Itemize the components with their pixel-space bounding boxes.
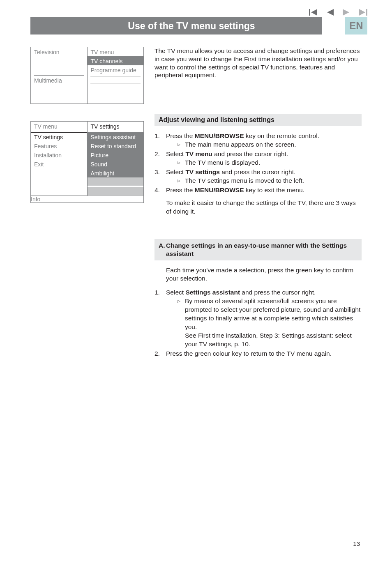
adjust-step-4: 4. Press the MENU/BROWSE key to exit the… [154,186,362,195]
page-number: 13 [353,540,360,547]
first-page-icon[interactable] [309,9,317,16]
next-page-icon[interactable] [343,9,350,16]
svg-marker-2 [327,9,334,16]
adjust-trailer: To make it easier to change the settings… [154,199,362,216]
adjust-heading: Adjust viewing and listening settings [154,114,362,126]
menu1-left-television: Television [31,47,87,56]
svg-marker-1 [311,9,317,16]
menu2-left-features: Features [31,141,87,150]
sectionA-steps: 1. Select Settings assistant and press t… [154,288,362,358]
menu2-right-settingsassistant: Settings assistant [88,132,144,141]
menu-illustration-main: Television Multimedia TV menu TV channel… [30,47,144,104]
page-title: Use of the TV menu settings [61,17,322,35]
intro-paragraph: The TV menu allows you to access and cha… [154,47,362,79]
svg-marker-4 [359,9,365,16]
triangle-icon: ▷ [178,142,180,147]
sectionA-heading: A.Change settings in an easy-to-use mann… [154,239,362,260]
menu2-right-blank1 [88,177,144,186]
last-page-icon[interactable] [359,9,367,16]
menu2-left-installation: Installation [31,150,87,159]
language-badge: EN [345,17,367,35]
menu2-right-resettostandard: Reset to standard [88,141,144,150]
svg-rect-0 [309,9,310,16]
svg-marker-3 [343,9,349,16]
menu1-right-tvchannels: TV channels [88,56,144,65]
menu2-right-picture: Picture [88,150,144,159]
menu2-header-right: TV settings [88,122,144,131]
menu2-left-exit: Exit [31,159,87,168]
adjust-step-2: 2. Select TV menu and press the cursor r… [154,150,362,167]
menu2-header-left: TV menu [31,122,87,131]
sectionA-step-2: 2. Press the green colour key to return … [154,350,362,358]
menu2-right-sound: Sound [88,159,144,168]
triangle-icon: ▷ [178,299,180,304]
adjust-steps: 1. Press the MENU/BROWSE key on the remo… [154,132,362,194]
sectionA-lead: Each time you've made a selection, press… [154,266,362,283]
svg-rect-5 [366,9,367,16]
adjust-step-3: 3. Select TV settings and press the curs… [154,168,362,185]
menu1-right-programmeguide: Programme guide [88,65,144,74]
triangle-icon: ▷ [178,178,180,183]
triangle-icon: ▷ [178,160,180,165]
menu-illustration-tvsettings: TV menu TV settings Features Installatio… [30,121,144,203]
prev-page-icon[interactable] [326,9,334,16]
pdf-nav-arrows [309,9,367,16]
menu2-info: Info [31,196,143,203]
menu2-left-tvsettings: TV settings [31,132,87,141]
menu1-right-tvmenu: TV menu [88,47,144,56]
adjust-step-1: 1. Press the MENU/BROWSE key on the remo… [154,132,362,149]
sectionA-step-1: 1. Select Settings assistant and press t… [154,288,362,348]
menu2-right-ambilight: Ambilight [88,168,144,177]
menu1-left-multimedia: Multimedia [31,76,87,85]
menu2-right-blank2 [88,187,144,195]
